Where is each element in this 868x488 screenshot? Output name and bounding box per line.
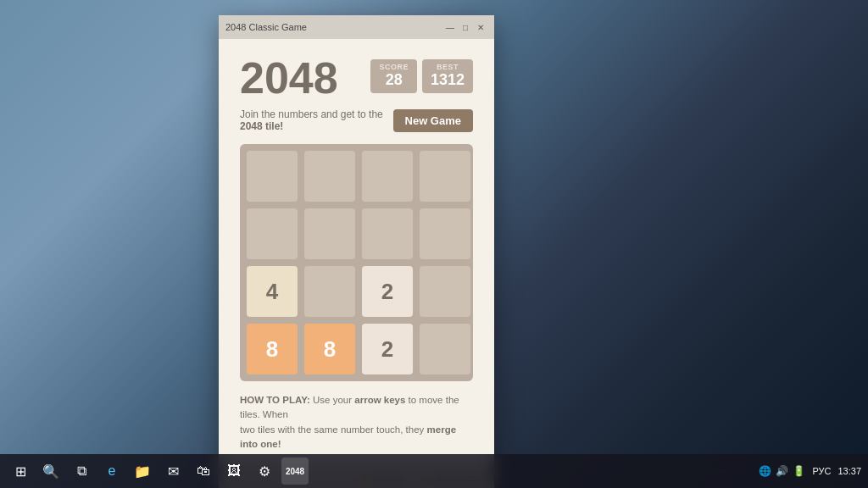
tile-r3c3 (420, 324, 470, 374)
game-subtitle: Join the numbers and get to the 2048 til… (240, 108, 473, 132)
arrow-keys-highlight: arrow keys (354, 395, 405, 405)
game-content: 2048 SCORE 28 BEST 1312 Join the numbers… (219, 39, 494, 464)
tile-r3c0: 8 (247, 324, 298, 374)
tile-r1c2 (362, 208, 413, 259)
best-label: BEST (431, 63, 465, 71)
game-title: 2048 (240, 56, 338, 100)
battery-icon: 🔋 (792, 464, 805, 478)
how-to-play-label: HOW TO PLAY: (240, 395, 310, 405)
tile-r0c1 (304, 151, 355, 202)
volume-icon: 🔊 (775, 464, 788, 478)
tile-r2c1 (304, 266, 355, 317)
best-box: BEST 1312 (422, 59, 473, 93)
mail-icon[interactable]: ✉ (159, 458, 186, 485)
new-game-button[interactable]: New Game (393, 109, 473, 132)
how-to-play-text3: two tiles with the same number touch, th… (240, 424, 427, 435)
score-value: 28 (379, 71, 409, 90)
how-to-play: HOW TO PLAY: Use your arrow keys to move… (240, 393, 473, 452)
photos-icon[interactable]: 🖼 (220, 458, 248, 485)
tile-r1c3 (420, 208, 470, 259)
game-header: 2048 SCORE 28 BEST 1312 (240, 56, 473, 100)
window-title: 2048 Classic Game (225, 22, 307, 32)
taskbar-right: 🌐 🔊 🔋 РУС 13:37 (758, 464, 861, 478)
tile-r0c0 (247, 151, 298, 202)
window-controls: — □ ✕ (443, 20, 487, 34)
explorer-icon[interactable]: 📁 (129, 458, 156, 485)
tile-r0c3 (420, 151, 470, 202)
best-value: 1312 (431, 71, 465, 90)
maximize-button[interactable]: □ (459, 20, 472, 34)
app-window: 2048 Classic Game — □ ✕ 2048 SCORE 28 BE… (219, 15, 494, 488)
tile-r2c0: 4 (247, 266, 298, 317)
taskbar-left: ⊞ 🔍 ⧉ e 📁 ✉ 🛍 🖼 ⚙ 2048 (7, 458, 309, 485)
tile-r1c1 (304, 208, 355, 259)
game-board: 4 2 8 8 2 (240, 144, 473, 381)
subtitle-plain: Join the numbers and get to the (240, 108, 383, 120)
network-icon: 🌐 (758, 464, 771, 478)
clock: 13:37 (837, 465, 861, 477)
score-box: SCORE 28 (370, 59, 417, 93)
subtitle-highlight: 2048 tile! (240, 120, 283, 132)
titlebar: 2048 Classic Game — □ ✕ (219, 15, 494, 39)
subtitle-text: Join the numbers and get to the 2048 til… (240, 108, 393, 132)
desktop: 2048 Classic Game — □ ✕ 2048 SCORE 28 BE… (0, 0, 868, 488)
tile-r2c2: 2 (362, 266, 413, 317)
score-label: SCORE (379, 63, 409, 71)
store-icon[interactable]: 🛍 (190, 458, 217, 485)
time-display: 13:37 (837, 465, 861, 477)
minimize-button[interactable]: — (443, 20, 457, 34)
tile-r3c1: 8 (304, 324, 355, 374)
search-button[interactable]: 🔍 (37, 458, 64, 485)
app2048-icon[interactable]: 2048 (281, 458, 309, 485)
score-boxes: SCORE 28 BEST 1312 (370, 59, 473, 93)
start-button[interactable]: ⊞ (7, 458, 34, 485)
taskview-button[interactable]: ⧉ (68, 458, 95, 485)
how-to-play-text1: Use your (313, 395, 354, 405)
system-tray: 🌐 🔊 🔋 (758, 464, 805, 478)
tile-r3c2: 2 (362, 324, 413, 374)
settings-icon[interactable]: ⚙ (251, 458, 278, 485)
lang-indicator: РУС (812, 466, 831, 476)
tile-r2c3 (420, 266, 470, 317)
close-button[interactable]: ✕ (474, 20, 487, 34)
tile-r0c2 (362, 151, 413, 202)
taskbar: ⊞ 🔍 ⧉ e 📁 ✉ 🛍 🖼 ⚙ 2048 🌐 🔊 🔋 РУС 13:37 (0, 454, 868, 488)
edge-icon[interactable]: e (98, 458, 125, 485)
tile-r1c0 (247, 208, 298, 259)
